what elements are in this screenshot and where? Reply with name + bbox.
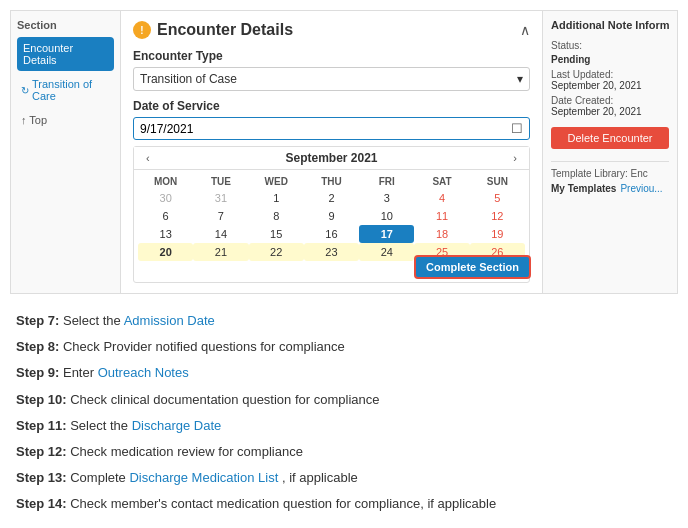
status-value: Pending xyxy=(551,54,590,65)
step-12: Step 12: Check medication review for com… xyxy=(16,443,672,461)
cal-day[interactable]: 13 xyxy=(138,225,193,243)
right-panel-title: Additional Note Inform xyxy=(551,19,669,31)
encounter-title: ! Encounter Details xyxy=(133,21,293,39)
cal-day[interactable]: 18 xyxy=(414,225,469,243)
template-library: Template Library: Enc My Templates Previ… xyxy=(551,161,669,194)
step-10: Step 10: Check clinical documentation qu… xyxy=(16,391,672,409)
cal-day[interactable]: 5 xyxy=(470,189,525,207)
cal-day[interactable]: 23 xyxy=(304,243,359,261)
cal-day[interactable]: 7 xyxy=(193,207,248,225)
status-row: Status: xyxy=(551,39,669,51)
step-12-text: Check medication review for compliance xyxy=(70,444,303,459)
step-13-link[interactable]: Discharge Medication List xyxy=(129,470,278,485)
collapse-button[interactable]: ∧ xyxy=(520,22,530,38)
calendar-header: ‹ September 2021 › xyxy=(134,147,529,170)
cal-day[interactable]: 12 xyxy=(470,207,525,225)
encounter-status-icon: ! xyxy=(133,21,151,39)
main-content: ! Encounter Details ∧ Encounter Type Tra… xyxy=(121,11,542,293)
sidebar-item-encounter-details[interactable]: Encounter Details xyxy=(17,37,114,71)
cal-day[interactable]: 6 xyxy=(138,207,193,225)
cal-day[interactable]: 30 xyxy=(138,189,193,207)
step-9-link[interactable]: Outreach Notes xyxy=(98,365,189,380)
cal-header-mon: MON xyxy=(138,174,193,189)
top-panel: Section Encounter Details ↻ Transition o… xyxy=(10,10,678,294)
cal-day-selected[interactable]: 17 xyxy=(359,225,414,243)
step-11: Step 11: Select the Discharge Date xyxy=(16,417,672,435)
cal-header-tue: TUE xyxy=(193,174,248,189)
transition-icon: ↻ xyxy=(21,85,29,96)
step-13-number: Step 13: xyxy=(16,470,67,485)
step-14-number: Step 14: xyxy=(16,496,67,511)
right-panel: Additional Note Inform Status: Pending L… xyxy=(542,11,677,293)
step-7-number: Step 7: xyxy=(16,313,59,328)
cal-header-fri: FRI xyxy=(359,174,414,189)
cal-day[interactable]: 24 xyxy=(359,243,414,261)
step-7: Step 7: Select the Admission Date xyxy=(16,312,672,330)
cal-header-sun: SUN xyxy=(470,174,525,189)
cal-day[interactable]: 22 xyxy=(249,243,304,261)
tab-my-templates[interactable]: My Templates xyxy=(551,183,616,194)
date-input[interactable]: 9/17/2021 ☐ xyxy=(133,117,530,140)
step-9: Step 9: Enter Outreach Notes xyxy=(16,364,672,382)
step-11-link[interactable]: Discharge Date xyxy=(132,418,222,433)
step-8: Step 8: Check Provider notified question… xyxy=(16,338,672,356)
step-11-number: Step 11: xyxy=(16,418,67,433)
step-13-suffix: , if applicable xyxy=(282,470,358,485)
cal-day[interactable]: 8 xyxy=(249,207,304,225)
cal-day[interactable]: 9 xyxy=(304,207,359,225)
calendar-month-year: September 2021 xyxy=(285,151,377,165)
cal-header-sat: SAT xyxy=(414,174,469,189)
step-7-link[interactable]: Admission Date xyxy=(124,313,215,328)
cal-day[interactable]: 20 xyxy=(138,243,193,261)
cal-day[interactable]: 16 xyxy=(304,225,359,243)
calendar-icon[interactable]: ☐ xyxy=(511,121,523,136)
last-updated-value: September 20, 2021 xyxy=(551,80,669,91)
cal-day[interactable]: 21 xyxy=(193,243,248,261)
encounter-type-value: Transition of Case xyxy=(140,72,237,86)
step-9-prefix: Enter xyxy=(63,365,98,380)
encounter-title-text: Encounter Details xyxy=(157,21,293,39)
complete-section-button[interactable]: Complete Section xyxy=(414,255,531,279)
cal-header-wed: WED xyxy=(249,174,304,189)
sidebar-top-link[interactable]: ↑ Top xyxy=(17,111,114,129)
sidebar-item-transition-of-care[interactable]: ↻ Transition of Care xyxy=(17,75,114,105)
cal-day[interactable]: 1 xyxy=(249,189,304,207)
step-10-text: Check clinical documentation question fo… xyxy=(70,392,379,407)
cal-day[interactable]: 14 xyxy=(193,225,248,243)
step-12-number: Step 12: xyxy=(16,444,67,459)
status-value-row: Pending xyxy=(551,53,669,65)
calendar: ‹ September 2021 › MON TUE WED THU FRI S… xyxy=(133,146,530,283)
cal-day[interactable]: 19 xyxy=(470,225,525,243)
cal-day[interactable]: 3 xyxy=(359,189,414,207)
step-13: Step 13: Complete Discharge Medication L… xyxy=(16,469,672,487)
template-library-title: Template Library: Enc xyxy=(551,168,669,179)
step-10-number: Step 10: xyxy=(16,392,67,407)
step-9-number: Step 9: xyxy=(16,365,59,380)
cal-day[interactable]: 2 xyxy=(304,189,359,207)
cal-day[interactable]: 10 xyxy=(359,207,414,225)
delete-encounter-button[interactable]: Delete Encounter xyxy=(551,127,669,149)
sidebar-title: Section xyxy=(17,19,114,31)
date-created-label: Date Created: xyxy=(551,95,669,106)
cal-day[interactable]: 15 xyxy=(249,225,304,243)
calendar-next-btn[interactable]: › xyxy=(509,152,521,164)
template-tabs: My Templates Previou... xyxy=(551,183,669,194)
step-8-number: Step 8: xyxy=(16,339,59,354)
tab-previous[interactable]: Previou... xyxy=(620,183,662,194)
encounter-type-select[interactable]: Transition of Case ▾ xyxy=(133,67,530,91)
status-label: Status: xyxy=(551,40,582,51)
date-created-value: September 20, 2021 xyxy=(551,106,669,117)
steps-section: Step 7: Select the Admission Date Step 8… xyxy=(0,304,688,528)
step-14: Step 14: Check member's contact medicati… xyxy=(16,495,672,513)
calendar-prev-btn[interactable]: ‹ xyxy=(142,152,154,164)
date-value: 9/17/2021 xyxy=(140,122,193,136)
step-8-text: Check Provider notified questions for co… xyxy=(63,339,345,354)
step-14-text: Check member's contact medication questi… xyxy=(70,496,496,511)
cal-day[interactable]: 31 xyxy=(193,189,248,207)
cal-day[interactable]: 11 xyxy=(414,207,469,225)
sidebar: Section Encounter Details ↻ Transition o… xyxy=(11,11,121,293)
step-7-prefix: Select the xyxy=(63,313,124,328)
date-of-service-label: Date of Service xyxy=(133,99,530,113)
step-13-prefix: Complete xyxy=(70,470,129,485)
cal-day[interactable]: 4 xyxy=(414,189,469,207)
